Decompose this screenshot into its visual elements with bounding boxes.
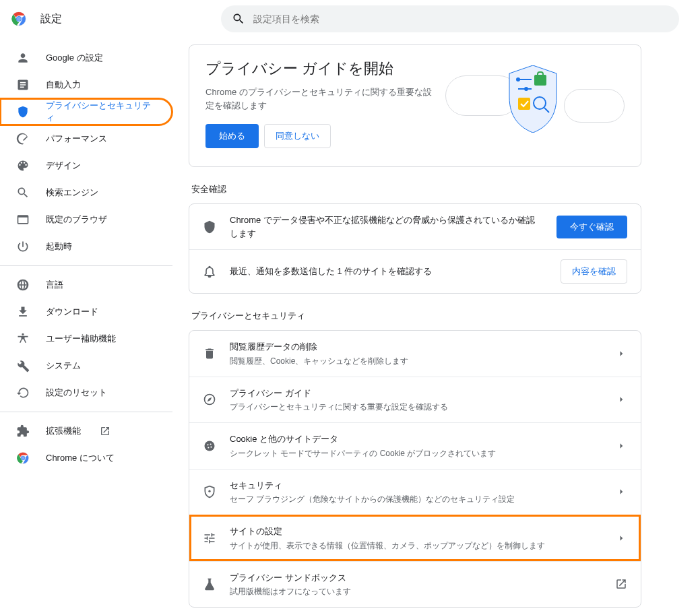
verified-icon bbox=[203, 220, 216, 234]
flask-icon bbox=[203, 577, 216, 591]
extension-icon bbox=[16, 424, 30, 438]
sidebar-item-label: プライバシーとセキュリティ bbox=[46, 100, 156, 124]
safety-row: Chrome でデータ侵害や不正な拡張機能などの脅威から保護されているか確認しま… bbox=[189, 204, 641, 249]
sidebar-item-label: 検索エンジン bbox=[46, 187, 98, 199]
sidebar-item-wrench[interactable]: システム bbox=[0, 352, 172, 379]
sidebar-item-label: 設定のリセット bbox=[46, 387, 107, 399]
sidebar-item-label: Google の設定 bbox=[46, 52, 103, 64]
svg-point-11 bbox=[516, 77, 520, 82]
sidebar-item-label: 言語 bbox=[46, 279, 63, 291]
guide-desc: Chrome のプライバシーとセキュリティに関する重要な設定を確認します bbox=[205, 86, 435, 112]
reset-icon bbox=[16, 386, 30, 399]
row-subtitle: サイトが使用、表示できる情報（位置情報、カメラ、ポップアップなど）を制御します bbox=[230, 540, 602, 552]
sidebar-item-label: 拡張機能 bbox=[46, 425, 81, 437]
privacy-row-security[interactable]: セキュリティ セーフ ブラウジング（危険なサイトからの保護機能）などのセキュリテ… bbox=[189, 469, 641, 515]
privacy-row-cookie[interactable]: Cookie と他のサイトデータ シークレット モードでサードパーティの Coo… bbox=[189, 422, 641, 469]
chevron-right-icon bbox=[615, 348, 627, 360]
sidebar-item-label: デザイン bbox=[46, 160, 81, 172]
sidebar-item-download[interactable]: ダウンロード bbox=[0, 298, 172, 325]
sidebar-item-globe[interactable]: 言語 bbox=[0, 271, 172, 298]
row-title: プライバシー ガイド bbox=[230, 387, 602, 400]
search-icon bbox=[16, 186, 30, 199]
chrome-icon bbox=[16, 451, 30, 465]
browser-icon bbox=[16, 213, 30, 226]
row-subtitle: 試用版機能はオフになっています bbox=[230, 585, 602, 597]
autofill-icon bbox=[16, 78, 30, 92]
chrome-logo-icon bbox=[11, 11, 27, 27]
svg-point-13 bbox=[524, 87, 528, 91]
privacy-row-trash[interactable]: 閲覧履歴データの削除 閲覧履歴、Cookie、キャッシュなどを削除します bbox=[189, 331, 641, 377]
guide-start-button[interactable]: 始める bbox=[205, 124, 259, 148]
safety-action-button[interactable]: 内容を確認 bbox=[561, 259, 627, 284]
external-link-icon bbox=[100, 426, 110, 436]
sidebar: Google の設定自動入力プライバシーとセキュリティパフォーマンスデザイン検索… bbox=[0, 38, 172, 615]
shield-icon bbox=[16, 105, 30, 119]
chevron-right-icon bbox=[615, 393, 627, 406]
privacy-section-title: プライバシーとセキュリティ bbox=[191, 310, 641, 322]
sidebar-item-label: システム bbox=[46, 360, 81, 372]
row-subtitle: シークレット モードでサードパーティの Cookie がブロックされています bbox=[230, 447, 602, 459]
sidebar-item-person[interactable]: Google の設定 bbox=[0, 44, 172, 71]
bell-icon bbox=[203, 265, 216, 278]
row-text: 最近、通知を多数送信した 1 件のサイトを確認する bbox=[230, 265, 547, 278]
row-title: 閲覧履歴データの削除 bbox=[230, 340, 602, 354]
svg-rect-14 bbox=[534, 75, 546, 86]
sidebar-item-shield[interactable]: プライバシーとセキュリティ bbox=[0, 98, 172, 125]
sidebar-item-browser[interactable]: 既定のブラウザ bbox=[0, 206, 172, 233]
globe-icon bbox=[16, 278, 30, 292]
compass-icon bbox=[203, 393, 216, 406]
row-title: Cookie と他のサイトデータ bbox=[230, 432, 602, 446]
privacy-guide-card: プライバシー ガイドを開始 Chrome のプライバシーとセキュリティに関する重… bbox=[189, 44, 641, 167]
chevron-right-icon bbox=[615, 486, 627, 498]
trash-icon bbox=[203, 347, 216, 360]
sidebar-item-label: Chrome について bbox=[46, 452, 115, 464]
download-icon bbox=[16, 305, 30, 319]
sidebar-item-palette[interactable]: デザイン bbox=[0, 152, 172, 179]
sidebar-item-label: ユーザー補助機能 bbox=[46, 333, 116, 345]
sidebar-item-label: 既定のブラウザ bbox=[46, 214, 107, 226]
safety-check-section-title: 安全確認 bbox=[191, 183, 641, 195]
privacy-settings-card: 閲覧履歴データの削除 閲覧履歴、Cookie、キャッシュなどを削除します プライ… bbox=[189, 330, 641, 608]
accessibility-icon bbox=[16, 332, 30, 346]
row-title: プライバシー サンドボックス bbox=[230, 571, 602, 585]
row-subtitle: プライバシーとセキュリティに関する重要な設定を確認する bbox=[230, 401, 602, 413]
search-box[interactable] bbox=[221, 5, 679, 32]
tune-icon bbox=[203, 531, 216, 545]
search-input[interactable] bbox=[253, 13, 668, 24]
sidebar-item-reset[interactable]: 設定のリセット bbox=[0, 379, 172, 406]
security-icon bbox=[203, 485, 216, 498]
privacy-row-compass[interactable]: プライバシー ガイド プライバシーとセキュリティに関する重要な設定を確認する bbox=[189, 377, 641, 423]
svg-rect-16 bbox=[518, 98, 530, 110]
wrench-icon bbox=[16, 359, 30, 373]
guide-decline-button[interactable]: 同意しない bbox=[264, 124, 331, 148]
sidebar-item-power[interactable]: 起動時 bbox=[0, 233, 172, 260]
row-title: サイトの設定 bbox=[230, 525, 602, 538]
power-icon bbox=[16, 240, 30, 253]
privacy-row-flask[interactable]: プライバシー サンドボックス 試用版機能はオフになっています bbox=[189, 561, 641, 608]
sidebar-item-accessibility[interactable]: ユーザー補助機能 bbox=[0, 325, 172, 352]
sidebar-item-speed[interactable]: パフォーマンス bbox=[0, 125, 172, 152]
sidebar-item-label: ダウンロード bbox=[46, 306, 98, 318]
sidebar-item-extension[interactable]: 拡張機能 bbox=[0, 418, 172, 445]
row-subtitle: 閲覧履歴、Cookie、キャッシュなどを削除します bbox=[230, 355, 602, 367]
safety-action-button[interactable]: 今すぐ確認 bbox=[556, 216, 627, 238]
chevron-right-icon bbox=[615, 440, 627, 452]
sidebar-item-search[interactable]: 検索エンジン bbox=[0, 179, 172, 206]
safety-check-card: Chrome でデータ侵害や不正な拡張機能などの脅威から保護されているか確認しま… bbox=[189, 203, 641, 294]
sidebar-item-label: 起動時 bbox=[46, 240, 72, 253]
sidebar-item-chrome[interactable]: Chrome について bbox=[0, 445, 172, 472]
row-title: セキュリティ bbox=[230, 479, 602, 492]
guide-title: プライバシー ガイドを開始 bbox=[205, 59, 435, 79]
sidebar-item-autofill[interactable]: 自動入力 bbox=[0, 71, 172, 98]
safety-row: 最近、通知を多数送信した 1 件のサイトを確認する 内容を確認 bbox=[189, 249, 641, 293]
sidebar-item-label: パフォーマンス bbox=[46, 133, 107, 145]
palette-icon bbox=[16, 159, 30, 172]
external-link-icon bbox=[615, 578, 627, 590]
row-text: Chrome でデータ侵害や不正な拡張機能などの脅威から保護されているか確認しま… bbox=[230, 214, 543, 240]
app-title: 設定 bbox=[40, 12, 62, 26]
person-icon bbox=[16, 51, 30, 65]
main-content: プライバシー ガイドを開始 Chrome のプライバシーとセキュリティに関する重… bbox=[172, 38, 658, 615]
topbar: 設定 bbox=[0, 0, 700, 38]
privacy-row-tune[interactable]: サイトの設定 サイトが使用、表示できる情報（位置情報、カメラ、ポップアップなど）… bbox=[189, 515, 641, 561]
cookie-icon bbox=[203, 439, 216, 453]
